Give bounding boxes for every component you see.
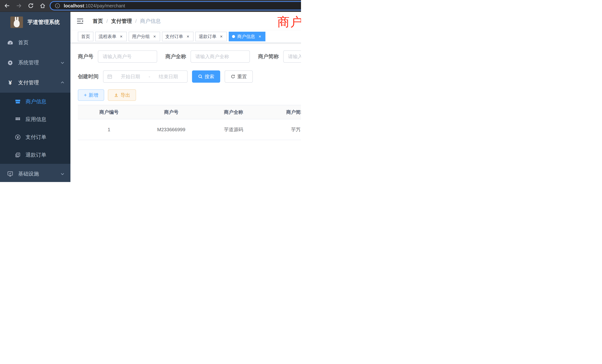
- search-icon: [198, 74, 203, 79]
- close-icon[interactable]: ×: [219, 34, 224, 39]
- browser-toolbar: localhost:1024/pay/merchant ☆ 10 ⌘ 1 y: [0, 0, 301, 12]
- app-title: 芋道管理系统: [27, 19, 60, 26]
- tab-pay-order[interactable]: 支付订单×: [162, 32, 194, 41]
- screen: localhost:1024/pay/merchant ☆ 10 ⌘ 1 y: [0, 0, 301, 182]
- monitor-check-icon: [7, 171, 13, 177]
- tab-process-form[interactable]: 流程表单×: [95, 32, 127, 41]
- download-icon: [114, 93, 119, 97]
- sidebar-item-label: 商户信息: [26, 98, 46, 105]
- yen-icon: ¥: [7, 79, 13, 86]
- sidebar-item-payment[interactable]: ¥ 支付管理: [0, 73, 70, 93]
- close-icon[interactable]: ×: [258, 34, 262, 39]
- sidebar-item-label: 应用信息: [26, 116, 46, 123]
- sidebar-item-pay-order[interactable]: 支付订单: [0, 128, 70, 146]
- sidebar-item-label: 退款订单: [26, 151, 46, 159]
- table-toolbar: + 新增 导出: [78, 89, 301, 101]
- export-button[interactable]: 导出: [108, 89, 136, 101]
- logo-row[interactable]: 芋道管理系统: [0, 12, 70, 33]
- cell-full-name: 芋道源码: [202, 119, 265, 140]
- url-path: :1024/pay/merchant: [84, 3, 125, 8]
- pagination: 共1条 10条/页 1 前往 页: [78, 148, 301, 158]
- grid-icon: [15, 116, 21, 122]
- sidebar-item-label: 基础设施: [18, 170, 39, 177]
- shop-icon: [15, 99, 21, 105]
- sidebar-item-system[interactable]: 系统管理: [0, 53, 70, 73]
- top-navbar: 首页 / 支付管理 / 商户信息 тT: [70, 12, 301, 30]
- breadcrumb: 首页 / 支付管理 / 商户信息: [93, 18, 161, 25]
- chevron-down-icon: [60, 172, 64, 176]
- breadcrumb-separator: /: [106, 18, 108, 24]
- url-host: localhost: [64, 3, 84, 8]
- add-button[interactable]: + 新增: [78, 89, 104, 101]
- sidebar-item-label: 系统管理: [18, 59, 39, 66]
- filter-row-2: 创建时间 开始日期 - 结束日期 搜索 重置: [78, 70, 301, 83]
- chevron-down-icon: [60, 61, 64, 65]
- page-content: 商户号 商户全称 商户简称 开启状态: [70, 43, 301, 165]
- dashboard-icon: [7, 40, 13, 46]
- col-full-name: 商户全称: [202, 105, 265, 119]
- cell-merchant-no: M233666999: [140, 119, 202, 140]
- cell-short-name: 芋艿: [265, 119, 301, 140]
- payment-submenu: 商户信息 应用信息 支付订单 退款订单: [0, 93, 70, 164]
- calendar-icon: [107, 74, 112, 79]
- sidebar-item-refund-order[interactable]: 退款订单: [0, 146, 70, 164]
- merchant-short-label: 商户简称: [258, 53, 279, 60]
- close-icon[interactable]: ×: [152, 34, 157, 39]
- refresh-icon: [231, 74, 235, 79]
- close-icon[interactable]: ×: [186, 34, 190, 39]
- create-time-label: 创建时间: [78, 73, 99, 80]
- tags-view-bar: 首页 流程表单× 用户分组× 支付订单× 退款订单× 商户信息×: [70, 30, 301, 43]
- url-text[interactable]: localhost:1024/pay/merchant: [64, 3, 301, 9]
- search-button[interactable]: 搜索: [192, 70, 220, 83]
- plus-icon: +: [84, 93, 87, 98]
- close-icon[interactable]: ×: [119, 34, 123, 39]
- reload-icon[interactable]: [27, 2, 34, 9]
- table-header-row: 商户编号 商户号 商户全称 商户简称 开启状态 备注 创建时间 操作: [78, 105, 301, 119]
- merchant-no-input[interactable]: [98, 50, 157, 63]
- sidebar-item-home[interactable]: 首页: [0, 33, 70, 53]
- sidebar-item-merchant-info[interactable]: 商户信息: [0, 93, 70, 110]
- sidebar: 芋道管理系统 首页 系统管理 ¥ 支付管理: [0, 12, 70, 182]
- sidebar-menu: 首页 系统管理 ¥ 支付管理 商户信息: [0, 33, 70, 182]
- home-icon[interactable]: [39, 2, 46, 9]
- url-bar[interactable]: localhost:1024/pay/merchant ☆: [50, 1, 301, 10]
- merchant-no-label: 商户号: [78, 53, 93, 60]
- merchant-name-input[interactable]: [191, 50, 250, 63]
- forward-icon[interactable]: [16, 2, 22, 9]
- create-time-range-input[interactable]: 开始日期 - 结束日期: [103, 70, 188, 83]
- yen-circle-icon: [15, 134, 21, 140]
- documents-icon: [15, 152, 21, 158]
- breadcrumb-payment[interactable]: 支付管理: [111, 18, 132, 25]
- site-info-icon[interactable]: [54, 2, 61, 9]
- sidebar-item-label: 首页: [18, 39, 29, 46]
- sidebar-collapse-icon[interactable]: [76, 17, 84, 25]
- back-icon[interactable]: [4, 2, 10, 9]
- main-area: 商户列表 首页 / 支付管理 / 商户信息 тT: [70, 12, 301, 182]
- col-short-name: 商户简称: [265, 105, 301, 119]
- chevron-up-icon: [60, 81, 64, 85]
- filter-row-1: 商户号 商户全称 商户简称 开启状态: [78, 50, 301, 63]
- breadcrumb-home[interactable]: 首页: [93, 18, 103, 25]
- sidebar-item-infra[interactable]: 基础设施: [0, 164, 70, 182]
- table-row: 1 M233666999 芋道源码 芋艿 我是备注 2021-10-23 08:…: [78, 119, 301, 140]
- sidebar-item-label: 支付管理: [18, 79, 39, 86]
- breadcrumb-separator: /: [135, 18, 137, 24]
- tab-user-group[interactable]: 用户分组×: [129, 32, 160, 41]
- logo-image: [10, 17, 23, 28]
- merchant-table: 商户编号 商户号 商户全称 商户简称 开启状态 备注 创建时间 操作 1 M23…: [78, 105, 301, 140]
- sidebar-item-app-info[interactable]: 应用信息: [0, 110, 70, 128]
- breadcrumb-current: 商户信息: [140, 18, 161, 25]
- reset-button[interactable]: 重置: [225, 70, 253, 83]
- browser-nav: [4, 2, 46, 9]
- date-separator: -: [149, 74, 150, 79]
- tab-home[interactable]: 首页: [78, 32, 93, 41]
- start-date-placeholder: 开始日期: [115, 73, 146, 80]
- col-merchant-id: 商户编号: [78, 105, 140, 119]
- merchant-short-input[interactable]: [283, 50, 301, 63]
- end-date-placeholder: 结束日期: [153, 73, 183, 80]
- merchant-name-label: 商户全称: [165, 53, 186, 60]
- tab-merchant-info[interactable]: 商户信息×: [229, 32, 265, 41]
- gear-icon: [7, 60, 13, 66]
- sidebar-item-label: 支付订单: [26, 134, 46, 141]
- tab-refund-order[interactable]: 退款订单×: [195, 32, 227, 41]
